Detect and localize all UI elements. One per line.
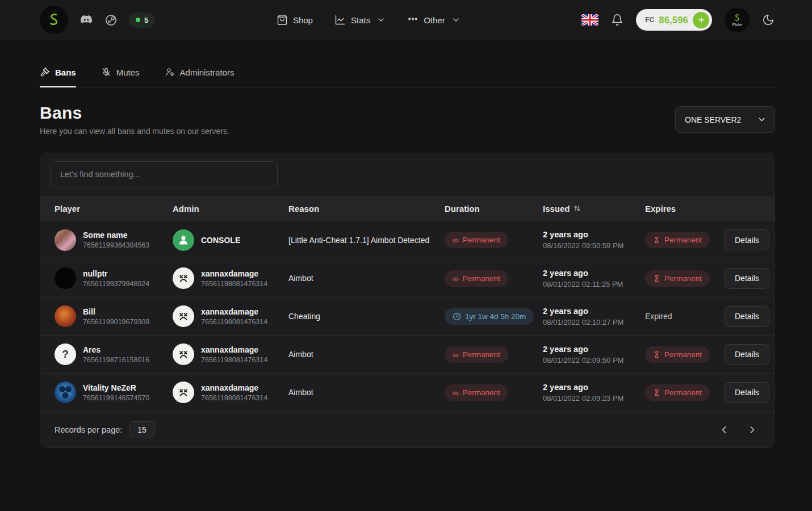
- infinity-icon: ∞: [453, 350, 459, 359]
- player-avatar: ?: [55, 305, 76, 327]
- infinity-icon: ∞: [453, 274, 459, 283]
- nav-item-stats[interactable]: Stats: [334, 14, 386, 26]
- stats-chart-icon: [334, 14, 346, 26]
- player-avatar: ?: [55, 344, 76, 365]
- theme-toggle-moon-icon[interactable]: [762, 14, 775, 26]
- bans-card: Player Admin Reason Duration Issued Expi…: [40, 153, 775, 448]
- expires-cell: Permanent: [645, 384, 725, 401]
- steam-icon[interactable]: [104, 14, 118, 27]
- dead-face-icon: [176, 385, 191, 400]
- brand-logo-icon: [47, 12, 61, 27]
- admin-name: CONSOLE: [201, 236, 240, 245]
- admin-name: xannaxdamage: [201, 383, 267, 392]
- issued-date: 08/01/2022 02:10:27 PM: [543, 318, 645, 326]
- shop-bag-icon: [277, 14, 288, 26]
- duration-text: 1yr 1w 4d 5h 20m: [465, 312, 526, 321]
- server-select[interactable]: ONE SERVER2: [675, 106, 775, 133]
- expires-cell: Expired: [645, 311, 725, 321]
- page-subtitle: Here you can view all bans and mutes on …: [40, 127, 229, 136]
- table-header: Player Admin Reason Duration Issued Expi…: [40, 196, 775, 221]
- issued-relative: 2 years ago: [543, 345, 645, 354]
- details-button[interactable]: Details: [725, 268, 769, 289]
- player-name: Bill: [83, 307, 149, 316]
- player-steam-id: 76561199364384563: [83, 241, 149, 249]
- column-header-issued[interactable]: Issued: [543, 204, 645, 213]
- username: Flute: [733, 23, 742, 27]
- player-avatar: ?: [55, 267, 76, 289]
- chevron-down-icon: [757, 115, 767, 124]
- admin-steam-id: 76561198081476314: [201, 394, 267, 402]
- nav-stats-label: Stats: [351, 15, 370, 25]
- currency-balance[interactable]: FC 86,596: [636, 9, 712, 31]
- player-steam-id: 76561199379948924: [83, 280, 149, 288]
- hourglass-icon: [653, 275, 660, 282]
- page-title: Bans: [40, 103, 229, 123]
- details-button[interactable]: Details: [725, 382, 769, 403]
- infinity-icon: ∞: [453, 236, 459, 244]
- table-row: ? nullptr 76561199379948924 xannaxdamage…: [40, 259, 775, 297]
- duration-pill: ∞ Permanent: [445, 232, 508, 248]
- tab-bans-label: Bans: [55, 68, 76, 77]
- user-avatar[interactable]: Flute: [725, 7, 750, 32]
- currency-amount: 86,596: [659, 15, 688, 26]
- dead-face-icon: [176, 309, 191, 324]
- search-input[interactable]: [51, 161, 278, 187]
- details-button[interactable]: Details: [725, 229, 769, 250]
- expires-pill: Permanent: [645, 384, 710, 401]
- hourglass-icon: [653, 236, 660, 244]
- tab-administrators[interactable]: Administrators: [165, 67, 235, 87]
- notifications-bell-icon[interactable]: [611, 14, 623, 26]
- ban-reason: Aimbot: [288, 274, 445, 283]
- tab-bans[interactable]: Bans: [40, 67, 76, 87]
- dead-face-icon: [176, 271, 191, 286]
- expires-pill: Permanent: [645, 232, 710, 248]
- brand-logo[interactable]: [40, 6, 68, 34]
- table-row: ? Bill 76561199019679309 xannaxdamage 76…: [40, 297, 775, 335]
- records-per-page-value[interactable]: 15: [129, 421, 154, 438]
- chevron-down-icon: [376, 15, 386, 24]
- online-status-dot: [136, 18, 140, 22]
- tab-mutes[interactable]: Mutes: [101, 67, 140, 87]
- plus-icon: [697, 16, 705, 24]
- duration-text: Permanent: [463, 388, 500, 397]
- hourglass-icon: [653, 351, 660, 358]
- expires-cell: Permanent: [645, 346, 725, 363]
- prev-page-button[interactable]: [716, 422, 732, 438]
- nav-item-shop[interactable]: Shop: [277, 14, 313, 26]
- chevron-right-icon: [747, 424, 758, 435]
- expires-text: Permanent: [664, 388, 702, 397]
- player-name: Some name: [83, 231, 149, 240]
- nav-item-other[interactable]: Other: [407, 14, 461, 26]
- brand-logo-icon: [733, 14, 742, 22]
- column-header-player: Player: [55, 204, 173, 213]
- admin-steam-id: 76561198081476314: [201, 318, 267, 326]
- add-funds-button[interactable]: [693, 12, 709, 28]
- expires-cell: Permanent: [645, 232, 725, 248]
- details-button[interactable]: Details: [725, 344, 769, 365]
- issued-relative: 2 years ago: [543, 230, 645, 239]
- admin-name: xannaxdamage: [201, 307, 267, 316]
- infinity-icon: ∞: [453, 388, 459, 397]
- dead-face-icon: [176, 347, 191, 362]
- language-flag-uk[interactable]: [581, 14, 598, 26]
- column-header-reason: Reason: [288, 204, 445, 213]
- expires-text: Permanent: [664, 274, 702, 283]
- issued-date: 08/01/2022 02:11:25 PM: [543, 280, 645, 288]
- player-avatar: ?: [55, 229, 76, 251]
- player-name: Vitality NeZeR: [83, 383, 149, 392]
- currency-code: FC: [645, 16, 654, 24]
- clock-icon: [453, 312, 461, 321]
- discord-icon[interactable]: [79, 13, 93, 27]
- expires-cell: Permanent: [645, 270, 725, 287]
- details-button[interactable]: Details: [725, 306, 769, 327]
- nav-shop-label: Shop: [293, 15, 313, 25]
- online-status-pill[interactable]: 5: [129, 12, 155, 28]
- expires-text: Permanent: [664, 236, 702, 244]
- next-page-button[interactable]: [744, 422, 760, 438]
- nav-other-label: Other: [424, 15, 445, 25]
- mute-mic-icon: [101, 67, 111, 77]
- issued-relative: 2 years ago: [543, 383, 645, 392]
- table-footer: Records per page: 15: [40, 411, 775, 447]
- admin-avatar: [173, 382, 194, 403]
- sort-icon[interactable]: [574, 205, 581, 212]
